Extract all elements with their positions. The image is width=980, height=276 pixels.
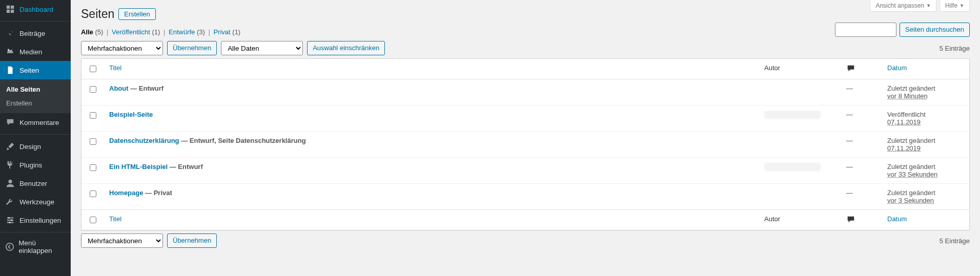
sidebar-submenu: Alle SeitenErstellen bbox=[0, 79, 71, 113]
svg-point-5 bbox=[8, 180, 12, 183]
search-submit-button[interactable]: Seiten durchsuchen bbox=[900, 23, 970, 37]
cell-author bbox=[759, 105, 841, 132]
bulk-action-select[interactable]: Mehrfachaktionen bbox=[81, 41, 163, 55]
date-value: 07.11.2019 bbox=[887, 144, 921, 152]
sidebar-item-label: Menü einklappen bbox=[18, 239, 67, 254]
select-all-header bbox=[81, 59, 104, 79]
sidebar-item-kommentare[interactable]: Kommentare bbox=[0, 113, 71, 132]
page-title-link[interactable]: Beispiel-Seite bbox=[109, 111, 153, 118]
column-date: Datum bbox=[882, 59, 969, 79]
page-title: Seiten bbox=[81, 7, 114, 21]
cell-comments: — bbox=[841, 158, 882, 184]
date-status: Veröffentlicht bbox=[887, 111, 926, 118]
page-title-link[interactable]: About bbox=[109, 84, 129, 92]
pages-table: Titel Autor Datum About — Entwurf—Zuletz… bbox=[81, 58, 970, 230]
select-all-checkbox-bottom[interactable] bbox=[90, 217, 96, 223]
sliders-icon bbox=[5, 215, 15, 225]
date-status: Zuletzt geändert bbox=[887, 189, 935, 197]
page-title-link[interactable]: Datenschutzerklärung bbox=[109, 137, 179, 144]
sidebar-item-benutzer[interactable]: Benutzer bbox=[0, 174, 71, 193]
sidebar-item-beiträge[interactable]: Beiträge bbox=[0, 24, 71, 43]
chevron-down-icon: ▼ bbox=[926, 3, 931, 8]
page-title-link[interactable]: Ein HTML-Beispiel bbox=[109, 163, 168, 171]
search-input[interactable] bbox=[835, 23, 896, 37]
sidebar-item-medien[interactable]: Medien bbox=[0, 43, 71, 61]
svg-rect-3 bbox=[11, 10, 14, 13]
view-filter-link[interactable]: Privat bbox=[213, 28, 230, 36]
sidebar-item-dashboard[interactable]: Dashboard bbox=[0, 0, 71, 18]
view-count: (3) bbox=[197, 28, 205, 36]
cell-title: Homepage — Privat bbox=[104, 184, 759, 209]
sidebar-item-plugins[interactable]: Plugins bbox=[0, 156, 71, 174]
bulk-apply-button[interactable]: Übernehmen bbox=[167, 41, 217, 55]
post-state: — Entwurf bbox=[168, 163, 203, 171]
svg-rect-0 bbox=[7, 6, 10, 9]
filter-button[interactable]: Auswahl einschränken bbox=[307, 41, 385, 55]
row-checkbox[interactable] bbox=[90, 190, 96, 197]
comment-icon bbox=[846, 64, 877, 73]
search-box: Seiten durchsuchen bbox=[835, 23, 970, 37]
sort-date-link[interactable]: Datum bbox=[887, 215, 907, 223]
date-status: Zuletzt geändert bbox=[887, 137, 935, 144]
date-filter-select[interactable]: Alle Daten bbox=[221, 41, 303, 55]
sidebar-subitem[interactable]: Alle Seiten bbox=[0, 82, 71, 96]
row-checkbox[interactable] bbox=[90, 112, 96, 119]
cell-comments: — bbox=[841, 79, 882, 105]
page-title-link[interactable]: Homepage bbox=[109, 189, 143, 197]
sidebar-item-label: Beiträge bbox=[19, 30, 45, 37]
column-title: Titel bbox=[104, 59, 759, 79]
row-checkbox[interactable] bbox=[90, 164, 96, 171]
screen-options-tab[interactable]: Ansicht anpassen▼ bbox=[870, 0, 936, 12]
screen-meta: Ansicht anpassen▼ Hilfe▼ bbox=[870, 0, 970, 12]
sidebar-item-einstellungen[interactable]: Einstellungen bbox=[0, 211, 71, 229]
sort-date-link[interactable]: Datum bbox=[887, 64, 907, 72]
select-all-checkbox[interactable] bbox=[90, 66, 96, 72]
brush-icon bbox=[5, 141, 15, 152]
cell-date: Zuletzt geändertvor 3 Sekunden bbox=[882, 184, 969, 209]
screen-options-label: Ansicht anpassen bbox=[875, 2, 924, 9]
table-row: Beispiel-Seite—Veröffentlicht07.11.2019 bbox=[81, 105, 969, 132]
view-filter-link[interactable]: Alle bbox=[81, 28, 93, 36]
svg-point-8 bbox=[9, 222, 11, 224]
table-row: Datenschutzerklärung — Entwurf, Seite Da… bbox=[81, 132, 969, 158]
row-checkbox[interactable] bbox=[90, 138, 96, 145]
sidebar-item-label: Design bbox=[19, 143, 41, 151]
sort-title-link[interactable]: Titel bbox=[109, 64, 121, 72]
cell-title: Datenschutzerklärung — Entwurf, Seite Da… bbox=[104, 132, 759, 158]
date-status: Zuletzt geändert bbox=[887, 84, 935, 92]
view-filter-link[interactable]: Entwürfe bbox=[169, 28, 195, 36]
sidebar-item-menü-einklappen[interactable]: Menü einklappen bbox=[0, 235, 71, 259]
table-row: Homepage — Privat—Zuletzt geändertvor 3 … bbox=[81, 184, 969, 209]
table-row: About — Entwurf—Zuletzt geändertvor 8 Mi… bbox=[81, 79, 969, 105]
user-icon bbox=[5, 178, 15, 188]
sort-title-link[interactable]: Titel bbox=[109, 215, 121, 223]
cell-date: Zuletzt geändert07.11.2019 bbox=[882, 132, 969, 158]
sidebar-item-label: Benutzer bbox=[19, 180, 47, 187]
help-label: Hilfe bbox=[945, 2, 957, 9]
view-filter-link[interactable]: Veröffentlicht bbox=[112, 28, 150, 36]
sidebar-item-label: Plugins bbox=[19, 161, 42, 169]
post-state: — Privat bbox=[143, 189, 172, 197]
page-icon bbox=[5, 65, 15, 75]
bulk-action-select-bottom[interactable]: Mehrfachaktionen bbox=[81, 233, 163, 248]
sidebar-item-label: Medien bbox=[19, 48, 42, 56]
row-checkbox[interactable] bbox=[90, 86, 96, 93]
sidebar-item-werkzeuge[interactable]: Werkzeuge bbox=[0, 193, 71, 211]
sidebar-subitem[interactable]: Erstellen bbox=[0, 96, 71, 110]
date-value: 07.11.2019 bbox=[887, 118, 921, 126]
sidebar-item-label: Einstellungen bbox=[19, 217, 61, 224]
collapse-icon bbox=[5, 242, 14, 252]
date-value: vor 3 Sekunden bbox=[887, 197, 934, 204]
svg-point-6 bbox=[8, 217, 10, 219]
wrench-icon bbox=[5, 197, 15, 207]
sidebar-item-design[interactable]: Design bbox=[0, 137, 71, 156]
date-value: vor 8 Minuten bbox=[887, 92, 928, 100]
cell-comments: — bbox=[841, 132, 882, 158]
item-count-bottom: 5 Einträge bbox=[940, 237, 970, 245]
bulk-apply-button-bottom[interactable]: Übernehmen bbox=[167, 233, 217, 248]
sidebar-item-seiten[interactable]: Seiten bbox=[0, 61, 71, 79]
add-new-button[interactable]: Erstellen bbox=[118, 8, 156, 20]
help-tab[interactable]: Hilfe▼ bbox=[940, 0, 970, 12]
post-state: — Entwurf, Seite Datenschutzerklärung bbox=[179, 137, 306, 144]
sidebar-item-label: Werkzeuge bbox=[19, 198, 54, 206]
